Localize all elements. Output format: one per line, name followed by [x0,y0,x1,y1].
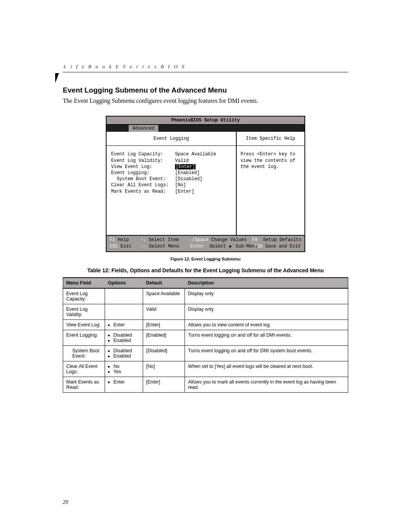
key-f1: F1 [110,237,115,243]
option-item: Disabled [113,348,140,353]
bios-right-pane: Item Specific Help Press <Enter> key to … [237,132,304,235]
cell-description: Turns event logging on and off for all D… [185,330,348,345]
header-triangle-icon [55,73,59,83]
key-enter: Enter [190,244,204,249]
cell-options: NoYes [105,361,143,377]
bios-field-row: Clear All Event Logs:[No] [111,182,232,188]
fields-table: Menu Field Options Default Description E… [63,277,348,393]
bios-field-value: Space Available [175,151,216,157]
bios-left-pane: Event Logging Event Log Capacity:Space A… [107,132,237,235]
cell-default: [Enabled] [143,330,185,345]
cell-menu-field: View Event Log: [63,320,105,330]
cell-default: [Disabled] [143,345,185,361]
option-item: Enabled [113,353,140,359]
cell-menu-field: Clear All Event Logs: [63,361,105,377]
bios-field-value: [Enter] [175,189,194,195]
cell-default: [Enter] [143,320,185,330]
th-menu-field: Menu Field [63,278,105,288]
table-row: Event Log Validity:ValidDisplay only [63,304,348,320]
bios-menubar: Advanced [107,125,304,132]
key-f9-label: Setup Defaults [258,237,301,243]
th-default: Default [143,278,185,288]
cell-menu-field: System Boot Event: [63,345,105,361]
option-item: Disabled [113,332,140,338]
bios-help-text: Press <Enter> key to view the contents o… [237,146,304,175]
key-arrows-lr: ←→ [141,244,146,249]
table-row: Event Logging:DisabledEnabled[Enabled]Tu… [63,330,348,345]
bios-field-value: [Enabled] [175,170,200,176]
bios-field-value: [No] [175,182,186,188]
bios-body: Event Log Capacity:Space AvailableEvent … [107,146,236,235]
option-item: Yes [113,369,140,374]
cell-options: DisabledEnabled [105,345,143,361]
cell-menu-field: Event Log Capacity: [63,288,105,304]
cell-description: Allows you to view content of event log [185,320,348,330]
bios-left-heading: Event Logging [107,132,236,146]
option-item: No [113,364,140,369]
cell-description: Turns event logging on and off for DMI s… [185,345,348,361]
bios-field-value: [Enter] [175,164,196,170]
cell-description: When set to [Yes] all event logs will be… [185,361,348,377]
section-intro: The Event Logging Submenu configures eve… [63,97,348,104]
cell-default: Valid [143,304,185,320]
bios-right-heading: Item Specific Help [237,132,304,146]
bios-screenshot: PhoenixBIOS Setup Utility Advanced Event… [106,116,305,252]
key-arrows-lr-label: Select Menu [146,244,179,249]
bios-field-row: Mark Events as Read:[Enter] [111,189,232,195]
key-minus-space-label: Change Values [208,237,247,243]
bios-field-label: Event Logging: [111,170,175,176]
bios-field-value: [Disabled] [175,176,202,182]
th-options: Options [105,278,143,288]
cell-options: Enter [105,320,143,330]
bios-titlebar: PhoenixBIOS Setup Utility [107,117,304,125]
cell-options [105,288,143,304]
bios-field-label: Event Log Validity: [111,158,175,164]
running-header: L i f e B o o k E S e r i e s B I O S [63,64,186,69]
bios-active-tab: Advanced [129,125,158,132]
cell-options: Enter [105,377,143,392]
option-item: Enter [113,379,140,385]
cell-description: Allows you to mark all events currently … [185,377,348,392]
bios-columns: Event Logging Event Log Capacity:Space A… [107,132,304,236]
cell-description: Display only [185,304,348,320]
table-row: View Event Log:Enter[Enter]Allows you to… [63,320,348,330]
key-arrows-ud-label: Select Item [146,237,178,243]
cell-options [105,304,143,320]
bios-field-value: Valid [175,158,189,164]
bios-field-label: Event Log Capacity: [111,151,175,157]
key-enter-label: Select [204,244,229,249]
running-header-rule: L i f e B o o k E S e r i e s B I O S [63,63,348,72]
th-description: Description [185,278,348,288]
cell-options: DisabledEnabled [105,330,143,345]
table-row: Clear All Event Logs:NoYes[No]When set t… [63,361,348,377]
key-f10: F10 [254,244,263,249]
cell-description: Display only [185,288,348,304]
bios-field-row: Event Log Capacity:Space Available [111,151,232,157]
figure-caption: Figure 12. Event Logging Submenu [63,257,348,261]
key-minus-space: -/Space [189,237,208,243]
cell-menu-field: Event Logging: [63,330,105,345]
key-esc-label: Exit [118,244,132,249]
table-row: System Boot Event:DisabledEnabled[Disabl… [63,345,348,361]
key-enter-label2: Sub-Menu [233,244,258,249]
cell-default: [Enter] [143,377,185,392]
bios-field-label: View Event Log: [111,164,175,170]
table-row: Mark Events as Read:Enter[Enter]Allows y… [63,377,348,392]
bios-field-row: System Boot Event:[Disabled] [111,176,232,182]
bios-field-row: Event Log Validity:Valid [111,158,232,164]
cell-menu-field: Event Log Validity: [63,304,105,320]
option-item: Enabled [113,338,140,343]
bios-field-label: System Boot Event: [111,176,175,182]
bios-field-label: Mark Events as Read: [111,189,175,195]
section-title: Event Logging Submenu of the Advanced Me… [63,86,348,94]
table-row: Event Log Capacity:Space AvailableDispla… [63,288,348,304]
table-caption: Table 12: Fields, Options and Defaults f… [63,267,348,273]
page-number: 20 [63,499,68,505]
table-header-row: Menu Field Options Default Description [63,278,348,288]
page: L i f e B o o k E S e r i e s B I O S Ev… [0,0,411,532]
triangle-right-icon [229,244,233,249]
cell-menu-field: Mark Events as Read: [63,377,105,392]
bios-field-row: Event Logging:[Enabled] [111,170,232,176]
cell-default: Space Available [143,288,185,304]
bios-footer: F1 Help ↑↓ Select Item -/Space Change Va… [107,236,304,251]
